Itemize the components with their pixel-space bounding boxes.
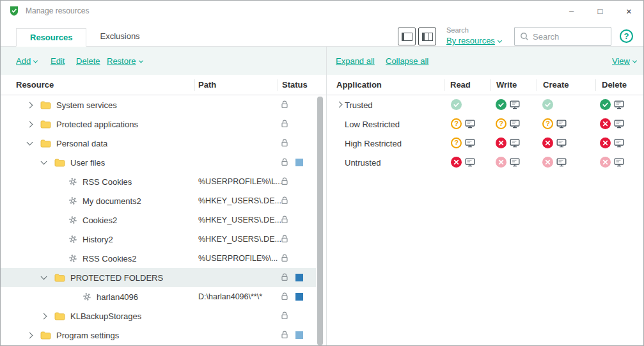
column-application: Application bbox=[336, 80, 382, 90]
prompt-icon: ? bbox=[451, 138, 462, 148]
gear-icon bbox=[68, 196, 77, 205]
resource-path: %HKEY_USERS\.DE... bbox=[198, 216, 281, 224]
search-box[interactable] bbox=[514, 27, 611, 46]
permission-read[interactable]: ? bbox=[451, 118, 475, 129]
lock-icon bbox=[281, 158, 288, 166]
single-view-button[interactable] bbox=[398, 28, 416, 45]
permission-read[interactable] bbox=[451, 99, 462, 110]
permission-create[interactable] bbox=[542, 138, 567, 148]
search-input[interactable] bbox=[533, 32, 606, 42]
allow-icon bbox=[600, 99, 611, 110]
gear-icon bbox=[82, 292, 91, 301]
column-write: Write bbox=[496, 80, 517, 90]
prompt-icon: ? bbox=[542, 118, 553, 129]
monitor-icon bbox=[614, 158, 624, 167]
resource-row-rss-cookies[interactable]: RSS Cookies%USERPROFILE%\L... bbox=[1, 172, 316, 191]
chevron-down-icon bbox=[632, 58, 637, 63]
resource-row-personal-data[interactable]: Personal data bbox=[1, 134, 316, 153]
chevron-right-icon[interactable] bbox=[333, 102, 345, 107]
monitor-icon bbox=[465, 120, 475, 129]
tab-exclusions[interactable]: Exclusions bbox=[86, 28, 153, 46]
column-status: Status bbox=[282, 80, 308, 90]
monitor-icon bbox=[510, 139, 520, 148]
lock-icon bbox=[281, 120, 288, 128]
permission-create[interactable] bbox=[542, 99, 553, 110]
split-view-button[interactable] bbox=[418, 28, 436, 45]
permission-write[interactable] bbox=[496, 138, 520, 148]
edit-button[interactable]: Edit bbox=[51, 56, 65, 66]
search-mode-label: Search bbox=[446, 26, 469, 34]
restore-button[interactable]: Restore bbox=[107, 56, 143, 66]
permission-write[interactable] bbox=[496, 157, 520, 168]
lock-icon bbox=[281, 292, 288, 301]
permission-create[interactable]: ? bbox=[542, 118, 567, 129]
permission-delete[interactable] bbox=[600, 138, 624, 148]
close-button[interactable]: × bbox=[615, 1, 643, 21]
help-button[interactable]: ? bbox=[620, 29, 633, 43]
resource-name: RSS Cookies2 bbox=[82, 254, 137, 263]
chevron-right-icon[interactable] bbox=[38, 314, 49, 318]
permission-read[interactable]: ? bbox=[451, 138, 475, 148]
application-row-trusted[interactable]: Trusted bbox=[327, 95, 644, 114]
application-row-low-restricted[interactable]: Low Restricted??? bbox=[327, 114, 644, 134]
permission-write[interactable] bbox=[496, 99, 520, 110]
tab-resources[interactable]: Resources bbox=[16, 28, 86, 47]
lock-icon bbox=[281, 100, 288, 109]
minimize-button[interactable]: – bbox=[557, 1, 586, 21]
resource-row-protected-folders[interactable]: PROTECTED FOLDERS bbox=[1, 268, 316, 287]
prompt-icon: ? bbox=[451, 118, 462, 129]
inheritance-square-dark bbox=[295, 274, 303, 281]
chevron-down-icon[interactable] bbox=[38, 276, 49, 279]
permission-create[interactable] bbox=[542, 157, 567, 168]
permission-delete[interactable] bbox=[600, 157, 624, 168]
permission-read[interactable] bbox=[451, 157, 475, 168]
search-mode-selector[interactable]: By resources bbox=[446, 36, 501, 45]
view-menu-button[interactable]: View bbox=[612, 56, 636, 66]
chevron-right-icon[interactable] bbox=[24, 103, 35, 107]
application-name: Untrusted bbox=[345, 158, 381, 168]
resource-name: RSS Cookies bbox=[82, 177, 132, 187]
permission-delete[interactable] bbox=[600, 118, 624, 129]
delete-button[interactable]: Delete bbox=[76, 56, 100, 66]
resource-path: %HKEY_USERS\.DE... bbox=[198, 235, 281, 244]
allow-faded-icon bbox=[451, 99, 462, 110]
chevron-down-icon[interactable] bbox=[24, 142, 35, 145]
block-icon bbox=[496, 138, 507, 148]
resource-row-protected-applications[interactable]: Protected applications bbox=[1, 114, 316, 134]
lock-icon bbox=[281, 216, 288, 224]
resource-row-history2[interactable]: History2%HKEY_USERS\.DE... bbox=[1, 230, 316, 249]
application-row-high-restricted[interactable]: High Restricted? bbox=[327, 134, 644, 153]
resource-row-harlan4096[interactable]: harlan4096D:\harlan4096\**\* bbox=[1, 287, 316, 306]
resource-row-klbackupstorages[interactable]: KLBackupStorages bbox=[1, 306, 316, 326]
resource-row-cookies2[interactable]: Cookies2%HKEY_USERS\.DE... bbox=[1, 210, 316, 230]
add-button[interactable]: Add bbox=[16, 56, 37, 66]
maximize-button[interactable]: □ bbox=[586, 1, 615, 21]
expand-all-link[interactable]: Expand all bbox=[336, 56, 375, 66]
resource-path: %HKEY_USERS\.DE... bbox=[198, 196, 281, 205]
resource-name: System services bbox=[56, 100, 117, 110]
resource-row-system-services[interactable]: System services bbox=[1, 95, 316, 114]
chevron-right-icon[interactable] bbox=[24, 333, 35, 338]
column-delete: Delete bbox=[602, 80, 627, 90]
vertical-scrollbar[interactable] bbox=[317, 97, 323, 345]
resource-row-rss-cookies2[interactable]: RSS Cookies2%USERPROFILE%\... bbox=[1, 249, 316, 268]
resource-row-my-documents2[interactable]: My documents2%HKEY_USERS\.DE... bbox=[1, 191, 316, 210]
block-faded-icon bbox=[600, 157, 611, 168]
permission-write[interactable]: ? bbox=[496, 118, 520, 129]
chevron-right-icon[interactable] bbox=[24, 122, 35, 127]
chevron-down-icon[interactable] bbox=[38, 161, 49, 164]
collapse-all-link[interactable]: Collapse all bbox=[386, 56, 428, 66]
chevron-down-icon bbox=[138, 58, 143, 63]
folder-icon bbox=[54, 312, 65, 320]
lock-icon bbox=[281, 254, 288, 262]
resource-row-user-files[interactable]: User files bbox=[1, 153, 316, 172]
allow-icon bbox=[496, 99, 507, 110]
permission-delete[interactable] bbox=[600, 99, 624, 110]
application-row-untrusted[interactable]: Untrusted bbox=[327, 153, 644, 172]
resource-name: History2 bbox=[82, 235, 113, 244]
resource-row-program-settings[interactable]: Program settings bbox=[1, 326, 316, 345]
inheritance-square-light bbox=[295, 331, 303, 339]
resource-name: KLBackupStorages bbox=[70, 311, 141, 321]
view-label: View bbox=[612, 56, 630, 66]
chevron-down-icon bbox=[498, 38, 502, 43]
